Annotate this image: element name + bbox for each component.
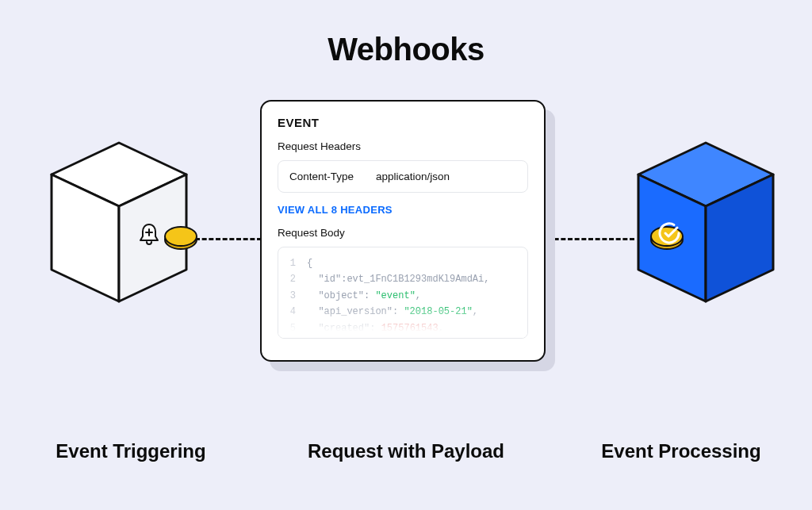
connector-right bbox=[547, 238, 634, 240]
label-event-triggering: Event Triggering bbox=[40, 440, 222, 462]
event-card-heading: EVENT bbox=[278, 116, 528, 129]
label-event-processing: Event Processing bbox=[590, 440, 772, 462]
cube-event-processing bbox=[630, 135, 781, 309]
view-all-headers-link[interactable]: VIEW ALL 8 HEADERS bbox=[278, 204, 528, 216]
svg-point-7 bbox=[165, 227, 197, 246]
page-title: Webhooks bbox=[0, 32, 812, 67]
label-request-payload: Request with Payload bbox=[271, 440, 541, 462]
request-body-label: Request Body bbox=[278, 227, 528, 239]
code-line: 2 "id":evt_1FnC1B1293mdKl9AmdAi, bbox=[288, 271, 518, 287]
cube-event-triggering bbox=[44, 135, 194, 309]
stage-labels: Event Triggering Request with Payload Ev… bbox=[0, 440, 812, 462]
bell-plus-icon bbox=[135, 220, 163, 249]
request-headers-label: Request Headers bbox=[278, 140, 528, 152]
header-value: application/json bbox=[376, 171, 450, 182]
fade-overlay bbox=[278, 306, 527, 338]
header-key: Content-Type bbox=[289, 171, 354, 182]
event-card: EVENT Request Headers Content-Type appli… bbox=[260, 100, 546, 362]
check-circle-icon bbox=[655, 219, 684, 247]
code-line: 1{ bbox=[288, 255, 518, 271]
code-line: 3 "object": "event", bbox=[288, 288, 518, 304]
header-row: Content-Type application/json bbox=[278, 160, 528, 193]
coin-icon bbox=[163, 224, 199, 252]
request-body-code: 1{2 "id":evt_1FnC1B1293mdKl9AmdAi,3 "obj… bbox=[278, 247, 528, 339]
